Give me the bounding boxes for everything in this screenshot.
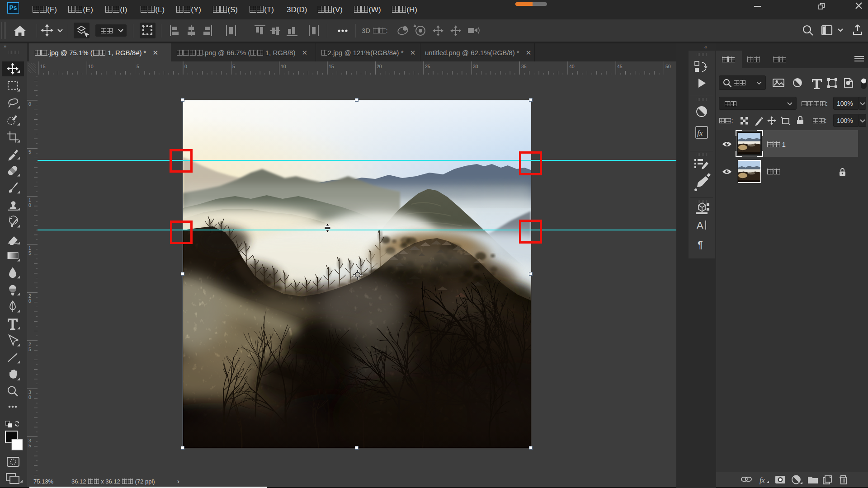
svg-text:A: A <box>697 220 703 231</box>
svg-text:0: 0 <box>28 298 31 304</box>
svg-text:40: 40 <box>569 64 575 69</box>
svg-text:0: 0 <box>28 101 31 107</box>
svg-text:15: 15 <box>329 64 334 69</box>
svg-text:25: 25 <box>425 64 430 69</box>
svg-text:30: 30 <box>473 64 478 69</box>
svg-text:3D: 3D <box>362 27 370 34</box>
svg-text:50: 50 <box>665 64 671 69</box>
svg-text:20: 20 <box>377 64 382 69</box>
svg-text:0: 0 <box>28 202 31 208</box>
svg-text:5: 5 <box>28 149 31 155</box>
svg-text:0: 0 <box>184 64 187 69</box>
svg-text:0: 0 <box>28 394 31 400</box>
svg-text:5: 5 <box>232 64 235 69</box>
svg-text:¶: ¶ <box>698 239 703 250</box>
svg-text:fx: fx <box>760 476 765 484</box>
svg-text:45: 45 <box>617 64 623 69</box>
svg-text:fx: fx <box>697 129 703 137</box>
svg-text:5: 5 <box>137 64 139 69</box>
svg-text:10: 10 <box>88 64 94 69</box>
svg-text:10: 10 <box>281 64 286 69</box>
svg-text:5: 5 <box>28 443 31 448</box>
svg-text:15: 15 <box>40 64 46 69</box>
svg-text:5: 5 <box>28 347 31 352</box>
svg-text:35: 35 <box>521 64 527 69</box>
svg-text:5: 5 <box>28 250 31 256</box>
